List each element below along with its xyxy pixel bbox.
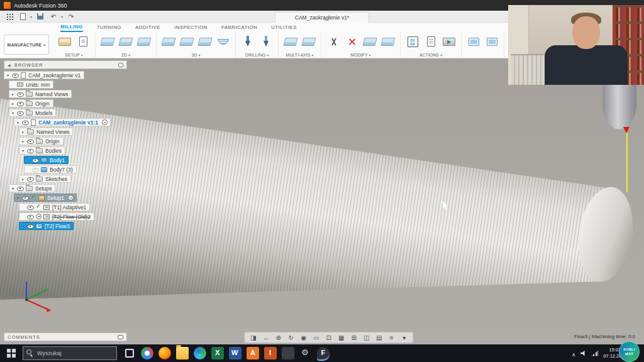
- tab-fabrication[interactable]: FABRICATION: [221, 23, 257, 32]
- comment-bubble-icon[interactable]: [118, 335, 123, 339]
- bowl-button[interactable]: [216, 34, 231, 49]
- browser-item-origin[interactable]: ▸Origin: [9, 99, 53, 107]
- simulate-button[interactable]: [441, 34, 457, 49]
- fit-icon[interactable]: ⊡: [324, 333, 333, 342]
- link-edit-button[interactable]: [380, 34, 396, 49]
- scissors-button[interactable]: [326, 34, 341, 49]
- browser-item-bodies[interactable]: ▾Bodies: [19, 146, 65, 155]
- toggle-panels-icon[interactable]: ◨: [248, 333, 258, 342]
- tap-button[interactable]: [258, 34, 274, 49]
- taskbar-search[interactable]: [23, 346, 117, 360]
- ribbon-group-label[interactable]: SETUP: [65, 53, 82, 57]
- start-button[interactable]: [0, 344, 23, 362]
- search-input[interactable]: [23, 346, 117, 360]
- app-grid-icon[interactable]: [4, 12, 15, 21]
- browser-item-named-views[interactable]: ▸Named Views: [9, 90, 72, 98]
- expand-arrow-icon[interactable]: ▾: [16, 195, 20, 200]
- taskbar-icon-chrome[interactable]: [141, 347, 153, 359]
- browser-item-models[interactable]: ▾Models: [9, 109, 56, 117]
- taskbar-icon-word[interactable]: [229, 347, 242, 359]
- post-g1g2-button[interactable]: [405, 34, 420, 49]
- collapse-panel-icon[interactable]: ◀: [8, 63, 11, 67]
- ribbon-group-label[interactable]: MULTI-AXIS: [286, 53, 314, 57]
- eye-icon[interactable]: [27, 138, 34, 144]
- browser-item-t2-flow3[interactable]: [T2] Flow3: [19, 222, 74, 230]
- taskbar-icon-fusion-360[interactable]: [317, 347, 330, 359]
- expand-arrow-icon[interactable]: ▾: [11, 111, 15, 115]
- swarf-button[interactable]: [283, 34, 298, 49]
- machine-monitor-button[interactable]: [466, 34, 481, 49]
- taskbar-icon-inventor[interactable]: [264, 347, 277, 359]
- pocket-2d-button[interactable]: [118, 34, 133, 49]
- eye-icon[interactable]: [27, 176, 34, 182]
- ribbon-group-label[interactable]: 3D: [192, 53, 201, 57]
- orbit-icon[interactable]: ↻: [286, 333, 296, 342]
- browser-item-setups[interactable]: ▾Setups: [9, 184, 55, 192]
- tab-utilities[interactable]: UTILITIES: [271, 23, 297, 32]
- target-icon[interactable]: [102, 119, 108, 125]
- setup-new-button[interactable]: [57, 34, 72, 49]
- taskbar-icon-edge[interactable]: [194, 347, 206, 359]
- comments-panel-header[interactable]: COMMENTS: [4, 332, 127, 341]
- browser-item-setup1[interactable]: ▾Setup1: [14, 194, 77, 202]
- eye-icon[interactable]: [17, 185, 24, 191]
- hidden-icons-icon[interactable]: [572, 348, 575, 359]
- zoom-icon[interactable]: ⊕: [274, 333, 283, 342]
- drill-button[interactable]: [240, 34, 255, 49]
- browser-item-origin[interactable]: ▸Origin: [19, 137, 64, 145]
- eye-icon[interactable]: [27, 214, 34, 219]
- workspace-selector-button[interactable]: MANUFACTURE: [4, 35, 49, 55]
- eye-icon[interactable]: [12, 72, 19, 78]
- document-tab[interactable]: CAM_zaokrąglenie v1*: [275, 12, 369, 23]
- ribbon-group-label[interactable]: 2D: [121, 53, 130, 57]
- expand-arrow-icon[interactable]: ▾: [16, 120, 20, 124]
- browser-item-named-views[interactable]: ▸Named Views: [19, 128, 73, 136]
- eye-icon[interactable]: [17, 101, 24, 106]
- zoom-window-icon[interactable]: ▭: [311, 333, 321, 342]
- grid-settings-icon[interactable]: ⊞: [349, 333, 358, 342]
- expand-arrow-icon[interactable]: ▾: [21, 148, 25, 153]
- tab-milling[interactable]: MILLING: [60, 23, 83, 32]
- expand-arrow-icon[interactable]: ▾: [11, 186, 15, 190]
- taskbar-icon-excel[interactable]: [211, 347, 224, 359]
- eye-icon[interactable]: [22, 119, 29, 125]
- undo-caret-icon[interactable]: ▾: [61, 14, 63, 19]
- viewports-icon[interactable]: ◫: [362, 333, 371, 342]
- browser-item-body7-3[interactable]: Body7 (3): [24, 165, 77, 173]
- browser-item-t2-flow-old-2[interactable]: [T2] Flow (Old)2: [19, 212, 94, 221]
- tab-additive[interactable]: ADDITIVE: [135, 23, 160, 32]
- tab-inspection[interactable]: INSPECTION: [174, 23, 208, 32]
- pan-icon[interactable]: ↔: [261, 333, 270, 342]
- scallop-3d-button[interactable]: [197, 34, 213, 49]
- taskbar-icon-settings[interactable]: [299, 347, 312, 359]
- eye-icon[interactable]: [22, 195, 29, 200]
- taskbar-icon-app-orange[interactable]: [247, 347, 259, 359]
- file-menu-caret-icon[interactable]: ▾: [30, 14, 32, 19]
- expand-arrow-icon[interactable]: ▸: [21, 129, 25, 134]
- expand-arrow-icon[interactable]: ▸: [11, 92, 15, 96]
- browser-item-cam-zaokrąglenie-v1-1[interactable]: ▾CAM_zaokrąglenie v1:1: [14, 118, 111, 126]
- expand-arrow-icon[interactable]: ▾: [6, 73, 10, 77]
- browser-item-t1-adaptive1[interactable]: [T1] Adaptive1: [19, 203, 90, 211]
- gcode-doc-button[interactable]: [75, 34, 91, 49]
- taskbar-icon-folder[interactable]: [176, 347, 189, 359]
- expand-arrow-icon[interactable]: ▸: [21, 139, 25, 143]
- ribbon-group-label[interactable]: ACTIONS: [419, 53, 442, 57]
- eye-icon[interactable]: [32, 157, 39, 163]
- delete-red-button[interactable]: [344, 34, 359, 49]
- eye-icon[interactable]: [27, 223, 34, 229]
- trim-toolpath-button[interactable]: [362, 34, 377, 49]
- target-icon[interactable]: [68, 195, 74, 200]
- setup-sheet-button[interactable]: [423, 34, 438, 49]
- eye-off-icon[interactable]: [32, 167, 39, 172]
- expand-arrow-icon[interactable]: ▸: [21, 177, 25, 181]
- more-options-icon[interactable]: ≡: [387, 333, 396, 342]
- expand-arrow-icon[interactable]: ▸: [11, 101, 15, 106]
- face-2d-button[interactable]: [100, 34, 115, 49]
- undo-icon[interactable]: ↶: [48, 12, 59, 21]
- tab-turning[interactable]: TURNING: [97, 23, 121, 32]
- look-at-icon[interactable]: ◉: [299, 333, 308, 342]
- browser-item-cam-zaokrąglenie-v1[interactable]: ▾CAM_zaokrąglenie v1: [4, 71, 84, 79]
- eye-icon[interactable]: [27, 148, 34, 153]
- volume-icon[interactable]: [580, 351, 586, 356]
